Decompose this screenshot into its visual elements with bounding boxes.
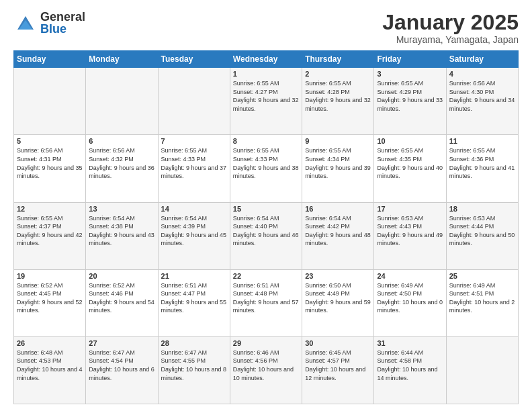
day-info: Sunrise: 6:55 AM Sunset: 4:36 PM Dayligh… [449, 146, 515, 180]
calendar-table: SundayMondayTuesdayWednesdayThursdayFrid… [13, 50, 519, 404]
day-number: 31 [377, 339, 443, 347]
calendar-cell: 14Sunrise: 6:54 AM Sunset: 4:39 PM Dayli… [158, 202, 230, 269]
calendar-cell: 24Sunrise: 6:49 AM Sunset: 4:50 PM Dayli… [374, 269, 446, 336]
page: General Blue January 2025 Murayama, Yama… [0, 0, 532, 411]
day-info: Sunrise: 6:53 AM Sunset: 4:43 PM Dayligh… [377, 214, 443, 248]
calendar-cell: 10Sunrise: 6:55 AM Sunset: 4:35 PM Dayli… [374, 135, 446, 202]
calendar-cell: 1Sunrise: 6:55 AM Sunset: 4:27 PM Daylig… [230, 68, 302, 135]
day-info: Sunrise: 6:56 AM Sunset: 4:32 PM Dayligh… [89, 146, 154, 180]
day-number: 10 [377, 137, 443, 145]
calendar-cell [14, 68, 86, 135]
day-info: Sunrise: 6:44 AM Sunset: 4:58 PM Dayligh… [377, 349, 443, 382]
day-info: Sunrise: 6:51 AM Sunset: 4:48 PM Dayligh… [233, 281, 299, 315]
day-number: 2 [305, 70, 371, 78]
day-info: Sunrise: 6:49 AM Sunset: 4:50 PM Dayligh… [377, 281, 443, 315]
calendar-cell: 20Sunrise: 6:52 AM Sunset: 4:46 PM Dayli… [86, 269, 158, 336]
calendar-cell: 15Sunrise: 6:54 AM Sunset: 4:40 PM Dayli… [230, 202, 302, 269]
day-number: 25 [449, 272, 515, 280]
calendar-header-row: SundayMondayTuesdayWednesdayThursdayFrid… [14, 51, 519, 68]
day-header-saturday: Saturday [446, 51, 518, 68]
calendar-cell: 31Sunrise: 6:44 AM Sunset: 4:58 PM Dayli… [374, 336, 446, 404]
day-header-wednesday: Wednesday [230, 51, 302, 68]
day-info: Sunrise: 6:55 AM Sunset: 4:33 PM Dayligh… [233, 146, 299, 180]
calendar-cell: 19Sunrise: 6:52 AM Sunset: 4:45 PM Dayli… [14, 269, 86, 336]
calendar-cell: 17Sunrise: 6:53 AM Sunset: 4:43 PM Dayli… [374, 202, 446, 269]
day-info: Sunrise: 6:46 AM Sunset: 4:56 PM Dayligh… [233, 349, 299, 382]
day-number: 11 [449, 137, 515, 145]
day-number: 28 [161, 339, 227, 347]
day-number: 13 [89, 205, 154, 213]
calendar-cell: 8Sunrise: 6:55 AM Sunset: 4:33 PM Daylig… [230, 135, 302, 202]
day-info: Sunrise: 6:55 AM Sunset: 4:33 PM Dayligh… [161, 146, 227, 180]
day-number: 6 [89, 137, 154, 145]
calendar-week-3: 12Sunrise: 6:55 AM Sunset: 4:37 PM Dayli… [14, 202, 519, 269]
day-number: 17 [377, 205, 443, 213]
day-number: 20 [89, 272, 154, 280]
calendar-cell: 30Sunrise: 6:45 AM Sunset: 4:57 PM Dayli… [302, 336, 374, 404]
day-number: 29 [233, 339, 299, 347]
header: General Blue January 2025 Murayama, Yama… [13, 11, 519, 45]
day-number: 4 [449, 70, 515, 78]
day-number: 16 [305, 205, 371, 213]
day-number: 9 [305, 137, 371, 145]
day-number: 8 [233, 137, 299, 145]
day-info: Sunrise: 6:52 AM Sunset: 4:45 PM Dayligh… [17, 281, 83, 315]
day-header-tuesday: Tuesday [158, 51, 230, 68]
calendar-cell: 29Sunrise: 6:46 AM Sunset: 4:56 PM Dayli… [230, 336, 302, 404]
day-info: Sunrise: 6:50 AM Sunset: 4:49 PM Dayligh… [305, 281, 371, 315]
day-info: Sunrise: 6:55 AM Sunset: 4:27 PM Dayligh… [233, 79, 299, 113]
calendar-cell: 12Sunrise: 6:55 AM Sunset: 4:37 PM Dayli… [14, 202, 86, 269]
day-number: 15 [233, 205, 299, 213]
calendar-cell: 28Sunrise: 6:47 AM Sunset: 4:55 PM Dayli… [158, 336, 230, 404]
calendar-cell: 13Sunrise: 6:54 AM Sunset: 4:38 PM Dayli… [86, 202, 158, 269]
day-header-sunday: Sunday [14, 51, 86, 68]
day-info: Sunrise: 6:45 AM Sunset: 4:57 PM Dayligh… [305, 349, 371, 382]
day-number: 12 [17, 205, 83, 213]
calendar-cell: 2Sunrise: 6:55 AM Sunset: 4:28 PM Daylig… [302, 68, 374, 135]
calendar-week-5: 26Sunrise: 6:48 AM Sunset: 4:53 PM Dayli… [14, 336, 519, 404]
day-header-monday: Monday [86, 51, 158, 68]
day-number: 26 [17, 339, 83, 347]
day-number: 7 [161, 137, 227, 145]
day-number: 1 [233, 70, 299, 78]
calendar-cell: 22Sunrise: 6:51 AM Sunset: 4:48 PM Dayli… [230, 269, 302, 336]
calendar-cell: 4Sunrise: 6:56 AM Sunset: 4:30 PM Daylig… [446, 68, 518, 135]
day-number: 27 [89, 339, 154, 347]
calendar-cell: 27Sunrise: 6:47 AM Sunset: 4:54 PM Dayli… [86, 336, 158, 404]
subtitle: Murayama, Yamagata, Japan [382, 34, 519, 45]
day-info: Sunrise: 6:54 AM Sunset: 4:39 PM Dayligh… [161, 214, 227, 248]
calendar-week-4: 19Sunrise: 6:52 AM Sunset: 4:45 PM Dayli… [14, 269, 519, 336]
day-number: 24 [377, 272, 443, 280]
day-info: Sunrise: 6:56 AM Sunset: 4:31 PM Dayligh… [17, 146, 83, 180]
day-number: 23 [305, 272, 371, 280]
calendar-week-1: 1Sunrise: 6:55 AM Sunset: 4:27 PM Daylig… [14, 68, 519, 135]
calendar-cell [446, 336, 518, 404]
day-info: Sunrise: 6:55 AM Sunset: 4:28 PM Dayligh… [305, 79, 371, 113]
day-number: 3 [377, 70, 443, 78]
day-header-friday: Friday [374, 51, 446, 68]
day-info: Sunrise: 6:55 AM Sunset: 4:37 PM Dayligh… [17, 214, 83, 248]
day-info: Sunrise: 6:55 AM Sunset: 4:35 PM Dayligh… [377, 146, 443, 180]
calendar-cell: 23Sunrise: 6:50 AM Sunset: 4:49 PM Dayli… [302, 269, 374, 336]
day-info: Sunrise: 6:54 AM Sunset: 4:42 PM Dayligh… [305, 214, 371, 248]
title-block: January 2025 Murayama, Yamagata, Japan [382, 11, 519, 45]
calendar-cell: 11Sunrise: 6:55 AM Sunset: 4:36 PM Dayli… [446, 135, 518, 202]
day-info: Sunrise: 6:54 AM Sunset: 4:40 PM Dayligh… [233, 214, 299, 248]
logo-blue: Blue [40, 23, 85, 35]
day-number: 30 [305, 339, 371, 347]
logo: General Blue [13, 11, 85, 35]
day-info: Sunrise: 6:51 AM Sunset: 4:47 PM Dayligh… [161, 281, 227, 315]
calendar-cell: 3Sunrise: 6:55 AM Sunset: 4:29 PM Daylig… [374, 68, 446, 135]
day-info: Sunrise: 6:55 AM Sunset: 4:29 PM Dayligh… [377, 79, 443, 113]
calendar-cell: 9Sunrise: 6:55 AM Sunset: 4:34 PM Daylig… [302, 135, 374, 202]
calendar-cell: 16Sunrise: 6:54 AM Sunset: 4:42 PM Dayli… [302, 202, 374, 269]
day-number: 18 [449, 205, 515, 213]
calendar-cell: 6Sunrise: 6:56 AM Sunset: 4:32 PM Daylig… [86, 135, 158, 202]
day-number: 5 [17, 137, 83, 145]
calendar-week-2: 5Sunrise: 6:56 AM Sunset: 4:31 PM Daylig… [14, 135, 519, 202]
calendar-cell: 18Sunrise: 6:53 AM Sunset: 4:44 PM Dayli… [446, 202, 518, 269]
calendar-cell: 5Sunrise: 6:56 AM Sunset: 4:31 PM Daylig… [14, 135, 86, 202]
calendar-cell: 26Sunrise: 6:48 AM Sunset: 4:53 PM Dayli… [14, 336, 86, 404]
calendar-cell [86, 68, 158, 135]
day-number: 22 [233, 272, 299, 280]
